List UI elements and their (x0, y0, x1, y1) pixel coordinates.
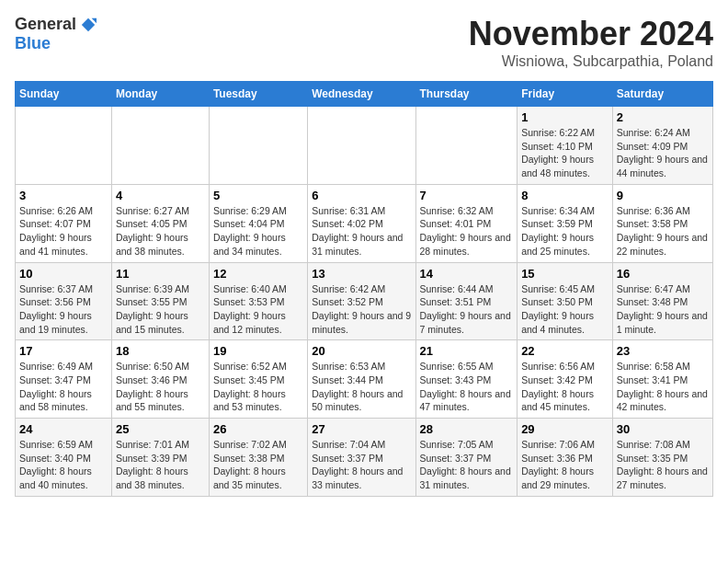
calendar-cell: 4Sunrise: 6:27 AM Sunset: 4:05 PM Daylig… (111, 184, 209, 262)
calendar-cell: 21Sunrise: 6:55 AM Sunset: 3:43 PM Dayli… (415, 340, 518, 419)
day-info: Sunrise: 6:27 AM Sunset: 4:05 PM Dayligh… (116, 204, 205, 259)
day-number: 19 (213, 344, 303, 358)
svg-marker-0 (82, 17, 95, 30)
calendar-cell: 11Sunrise: 6:39 AM Sunset: 3:55 PM Dayli… (111, 262, 209, 340)
day-number: 25 (116, 422, 205, 436)
day-info: Sunrise: 6:44 AM Sunset: 3:51 PM Dayligh… (420, 282, 514, 337)
page-header: General Blue November 2024 Wisniowa, Sub… (15, 15, 713, 70)
calendar-cell: 28Sunrise: 7:05 AM Sunset: 3:37 PM Dayli… (415, 419, 518, 497)
calendar-cell: 1Sunrise: 6:22 AM Sunset: 4:10 PM Daylig… (518, 107, 613, 185)
day-number: 24 (19, 422, 108, 436)
day-header-monday: Monday (111, 82, 209, 107)
calendar-cell: 9Sunrise: 6:36 AM Sunset: 3:58 PM Daylig… (612, 184, 712, 262)
calendar-cell (209, 107, 307, 185)
day-number: 13 (312, 267, 411, 281)
day-number: 28 (420, 422, 514, 436)
day-info: Sunrise: 6:50 AM Sunset: 3:46 PM Dayligh… (116, 360, 205, 414)
day-number: 4 (116, 189, 205, 202)
day-number: 10 (19, 267, 108, 281)
calendar-cell: 29Sunrise: 7:06 AM Sunset: 3:36 PM Dayli… (518, 419, 613, 497)
day-info: Sunrise: 6:53 AM Sunset: 3:44 PM Dayligh… (312, 360, 411, 414)
day-number: 5 (213, 189, 303, 202)
day-number: 26 (213, 422, 303, 436)
day-info: Sunrise: 6:55 AM Sunset: 3:43 PM Dayligh… (420, 360, 514, 414)
day-info: Sunrise: 6:45 AM Sunset: 3:50 PM Dayligh… (521, 282, 609, 337)
calendar-cell: 6Sunrise: 6:31 AM Sunset: 4:02 PM Daylig… (308, 184, 415, 262)
day-header-thursday: Thursday (415, 82, 518, 107)
day-header-sunday: Sunday (16, 82, 112, 107)
calendar-cell: 19Sunrise: 6:52 AM Sunset: 3:45 PM Dayli… (209, 340, 307, 419)
day-info: Sunrise: 6:52 AM Sunset: 3:45 PM Dayligh… (213, 360, 303, 414)
calendar-cell: 16Sunrise: 6:47 AM Sunset: 3:48 PM Dayli… (612, 262, 712, 340)
calendar-cell: 2Sunrise: 6:24 AM Sunset: 4:09 PM Daylig… (612, 107, 712, 185)
calendar-cell (111, 107, 209, 185)
day-number: 6 (312, 189, 411, 202)
day-number: 27 (312, 422, 411, 436)
calendar-cell: 22Sunrise: 6:56 AM Sunset: 3:42 PM Dayli… (518, 340, 613, 419)
day-info: Sunrise: 6:36 AM Sunset: 3:58 PM Dayligh… (617, 204, 709, 259)
day-info: Sunrise: 6:26 AM Sunset: 4:07 PM Dayligh… (19, 204, 108, 259)
calendar-table: SundayMondayTuesdayWednesdayThursdayFrid… (15, 81, 713, 497)
calendar-cell: 30Sunrise: 7:08 AM Sunset: 3:35 PM Dayli… (612, 419, 712, 497)
day-info: Sunrise: 7:04 AM Sunset: 3:37 PM Dayligh… (312, 438, 411, 492)
day-info: Sunrise: 6:24 AM Sunset: 4:09 PM Dayligh… (617, 126, 709, 180)
calendar-cell: 27Sunrise: 7:04 AM Sunset: 3:37 PM Dayli… (308, 419, 415, 497)
day-info: Sunrise: 6:40 AM Sunset: 3:53 PM Dayligh… (213, 282, 303, 337)
calendar-cell: 8Sunrise: 6:34 AM Sunset: 3:59 PM Daylig… (518, 184, 613, 262)
day-header-tuesday: Tuesday (209, 82, 307, 107)
day-number: 17 (19, 344, 108, 358)
day-header-saturday: Saturday (612, 82, 712, 107)
day-info: Sunrise: 7:01 AM Sunset: 3:39 PM Dayligh… (116, 438, 205, 492)
calendar-cell: 23Sunrise: 6:58 AM Sunset: 3:41 PM Dayli… (612, 340, 712, 419)
day-info: Sunrise: 7:05 AM Sunset: 3:37 PM Dayligh… (420, 438, 514, 492)
day-number: 29 (521, 422, 609, 436)
calendar-cell: 26Sunrise: 7:02 AM Sunset: 3:38 PM Dayli… (209, 419, 307, 497)
logo: General Blue (15, 15, 97, 53)
calendar-cell: 15Sunrise: 6:45 AM Sunset: 3:50 PM Dayli… (518, 262, 613, 340)
calendar-cell: 24Sunrise: 6:59 AM Sunset: 3:40 PM Dayli… (16, 419, 112, 497)
day-info: Sunrise: 7:06 AM Sunset: 3:36 PM Dayligh… (521, 438, 609, 492)
day-info: Sunrise: 6:49 AM Sunset: 3:47 PM Dayligh… (19, 360, 108, 414)
day-number: 3 (19, 189, 108, 202)
day-number: 14 (420, 267, 514, 281)
calendar-cell: 14Sunrise: 6:44 AM Sunset: 3:51 PM Dayli… (415, 262, 518, 340)
calendar-cell: 3Sunrise: 6:26 AM Sunset: 4:07 PM Daylig… (16, 184, 112, 262)
calendar-cell: 12Sunrise: 6:40 AM Sunset: 3:53 PM Dayli… (209, 262, 307, 340)
day-info: Sunrise: 6:34 AM Sunset: 3:59 PM Dayligh… (521, 204, 609, 259)
calendar-cell: 10Sunrise: 6:37 AM Sunset: 3:56 PM Dayli… (16, 262, 112, 340)
logo-icon (80, 17, 97, 33)
day-info: Sunrise: 6:22 AM Sunset: 4:10 PM Dayligh… (521, 126, 609, 180)
day-number: 20 (312, 344, 411, 358)
day-info: Sunrise: 6:47 AM Sunset: 3:48 PM Dayligh… (617, 282, 709, 337)
calendar-cell: 25Sunrise: 7:01 AM Sunset: 3:39 PM Dayli… (111, 419, 209, 497)
day-header-friday: Friday (518, 82, 613, 107)
day-number: 12 (213, 267, 303, 281)
day-number: 18 (116, 344, 205, 358)
calendar-cell: 7Sunrise: 6:32 AM Sunset: 4:01 PM Daylig… (415, 184, 518, 262)
calendar-cell (308, 107, 415, 185)
day-number: 16 (617, 267, 709, 281)
logo-general-text: General (15, 15, 76, 34)
day-number: 2 (617, 110, 709, 124)
calendar-cell: 20Sunrise: 6:53 AM Sunset: 3:44 PM Dayli… (308, 340, 415, 419)
day-info: Sunrise: 6:58 AM Sunset: 3:41 PM Dayligh… (617, 360, 709, 414)
calendar-cell: 17Sunrise: 6:49 AM Sunset: 3:47 PM Dayli… (16, 340, 112, 419)
day-number: 23 (617, 344, 709, 358)
calendar-cell: 5Sunrise: 6:29 AM Sunset: 4:04 PM Daylig… (209, 184, 307, 262)
calendar-cell (16, 107, 112, 185)
day-info: Sunrise: 6:42 AM Sunset: 3:52 PM Dayligh… (312, 282, 411, 337)
day-info: Sunrise: 6:59 AM Sunset: 3:40 PM Dayligh… (19, 438, 108, 492)
day-info: Sunrise: 6:29 AM Sunset: 4:04 PM Dayligh… (213, 204, 303, 259)
calendar-cell: 13Sunrise: 6:42 AM Sunset: 3:52 PM Dayli… (308, 262, 415, 340)
day-number: 21 (420, 344, 514, 358)
day-number: 11 (116, 267, 205, 281)
calendar-cell: 18Sunrise: 6:50 AM Sunset: 3:46 PM Dayli… (111, 340, 209, 419)
day-number: 15 (521, 267, 609, 281)
day-number: 8 (521, 189, 609, 202)
day-info: Sunrise: 6:39 AM Sunset: 3:55 PM Dayligh… (116, 282, 205, 337)
day-info: Sunrise: 7:08 AM Sunset: 3:35 PM Dayligh… (617, 438, 709, 492)
day-number: 1 (521, 110, 609, 124)
day-info: Sunrise: 6:32 AM Sunset: 4:01 PM Dayligh… (420, 204, 514, 259)
day-info: Sunrise: 6:56 AM Sunset: 3:42 PM Dayligh… (521, 360, 609, 414)
day-info: Sunrise: 6:37 AM Sunset: 3:56 PM Dayligh… (19, 282, 108, 337)
